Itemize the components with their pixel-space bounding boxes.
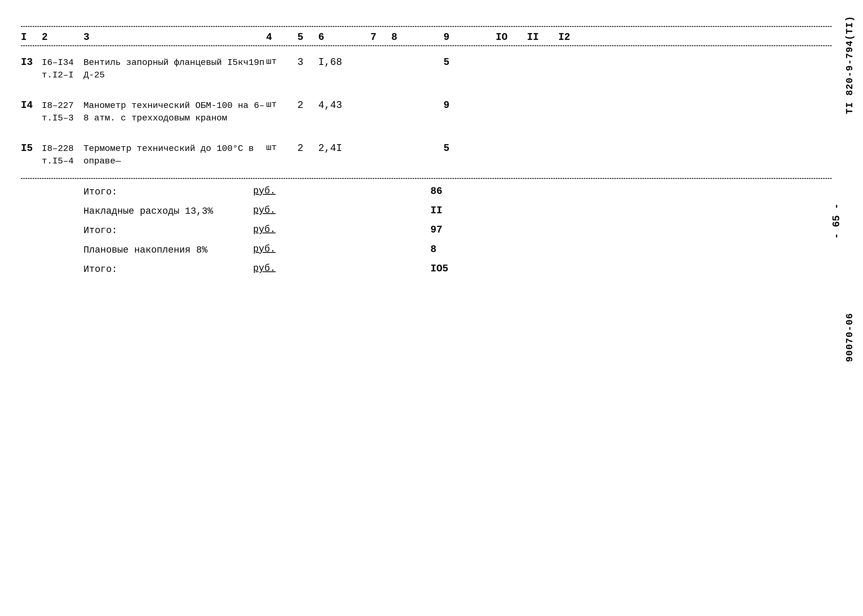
header-col-10: IO xyxy=(496,31,527,43)
header-col-11: II xyxy=(527,31,558,43)
summary-value: II xyxy=(430,205,483,216)
header-col-8: 8 xyxy=(391,31,444,43)
page-container: ТI 820-9-794(ТI) - 65 - 90070-06 I 2 3 4… xyxy=(0,0,863,616)
header-col-7: 7 xyxy=(370,31,391,43)
main-content: I 2 3 4 5 6 7 8 9 IO II I2 I3 I6–I34т.I2… xyxy=(21,26,832,278)
cell-name: Манометр технический ОБМ-100 на 6–8 атм.… xyxy=(83,100,266,124)
rows-container: I3 I6–I34т.I2–I Вентиль запорный фланцев… xyxy=(21,46,832,176)
header-col-6: 6 xyxy=(318,31,370,43)
cell-qty: 2 xyxy=(298,143,318,154)
cell-name: Термометр технический до 100°С в оправе— xyxy=(83,143,266,167)
summary-row: Накладные расходы 13,3% руб. II xyxy=(21,201,832,220)
header-col-5: 5 xyxy=(298,31,318,43)
cell-ref: I8–228т.I5–4 xyxy=(42,143,83,167)
header-row: I 2 3 4 5 6 7 8 9 IO II I2 xyxy=(21,27,832,46)
cell-total: 5 xyxy=(444,57,496,68)
header-col-1: I xyxy=(21,31,42,43)
cell-qty: 3 xyxy=(298,57,318,68)
summary-row: Итого: руб. 86 xyxy=(21,181,832,201)
right-margin-page-number: - 65 - xyxy=(831,203,842,239)
summary-label: Накладные расходы 13,3% xyxy=(83,205,253,218)
summary-value: 97 xyxy=(430,224,483,236)
summary-unit: руб. xyxy=(253,224,284,235)
summary-label: Итого: xyxy=(83,224,253,237)
cell-id: I5 xyxy=(21,143,42,154)
summary-row: Плановые накопления 8% руб. 8 xyxy=(21,240,832,259)
header-col-2: 2 xyxy=(42,31,83,43)
summary-row: Итого: руб. IO5 xyxy=(21,259,832,278)
summary-section: Итого: руб. 86 Накладные расходы 13,3% р… xyxy=(21,181,832,278)
cell-id: I4 xyxy=(21,100,42,111)
cell-ref: I8–227т.I5–3 xyxy=(42,100,83,124)
summary-unit: руб. xyxy=(253,263,284,274)
summary-value: IO5 xyxy=(430,263,483,274)
summary-unit: руб. xyxy=(253,185,284,196)
cell-unit: шт xyxy=(266,100,298,110)
summary-label: Итого: xyxy=(83,185,253,199)
right-margin-top-text: ТI 820-9-794(ТI) xyxy=(844,16,855,114)
summary-unit: руб. xyxy=(253,244,284,255)
header-col-4: 4 xyxy=(266,31,298,43)
summary-row: Итого: руб. 97 xyxy=(21,220,832,239)
summary-value: 86 xyxy=(430,185,483,197)
cell-id: I3 xyxy=(21,57,42,68)
cell-price: 2,4I xyxy=(318,143,370,154)
cell-price: 4,43 xyxy=(318,100,370,111)
table-row: I3 I6–I34т.I2–I Вентиль запорный фланцев… xyxy=(21,46,832,89)
cell-price: I,68 xyxy=(318,57,370,68)
summary-unit: руб. xyxy=(253,205,284,215)
header-col-9: 9 xyxy=(444,31,496,43)
cell-unit: шт xyxy=(266,57,298,66)
summary-value: 8 xyxy=(430,244,483,255)
cell-total: 9 xyxy=(444,100,496,111)
header-col-3: 3 xyxy=(83,31,266,43)
cell-unit: шт xyxy=(266,143,298,152)
cell-ref: I6–I34т.I2–I xyxy=(42,57,83,81)
cell-name: Вентиль запорный фланцевый I5кч19п Д-25 xyxy=(83,57,266,81)
table-row: I4 I8–227т.I5–3 Манометр технический ОБМ… xyxy=(21,89,832,132)
summary-label: Плановые накопления 8% xyxy=(83,244,253,257)
bottom-dashed-line xyxy=(21,178,832,179)
header-col-12: I2 xyxy=(558,31,584,43)
summary-label: Итого: xyxy=(83,263,253,276)
cell-total: 5 xyxy=(444,143,496,154)
table-row: I5 I8–228т.I5–4 Термометр технический до… xyxy=(21,132,832,175)
right-margin-bottom-text: 90070-06 xyxy=(844,313,855,362)
cell-qty: 2 xyxy=(298,100,318,111)
